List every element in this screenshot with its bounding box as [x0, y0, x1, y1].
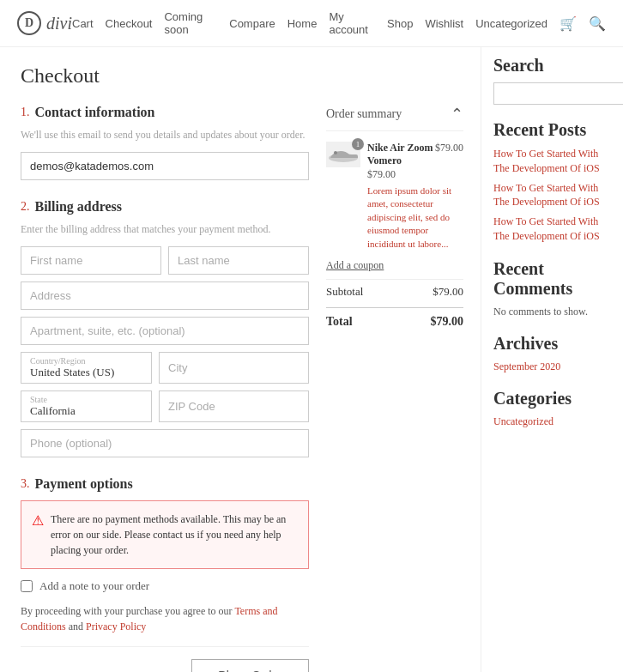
page-title: Checkout	[21, 64, 463, 88]
total-label: Total	[326, 315, 353, 329]
last-name-field[interactable]	[168, 246, 309, 275]
section-contact: 1. Contact information We'll use this em…	[21, 105, 309, 187]
terms-and: and	[66, 621, 86, 633]
country-label: Country/Region	[30, 356, 142, 366]
main-nav: Cart Checkout Coming soon Compare Home M…	[72, 10, 606, 36]
contact-number: 1.	[21, 106, 30, 119]
country-value[interactable]: United States (US)	[30, 366, 142, 379]
cart-icon[interactable]: 🛒	[559, 15, 577, 32]
recent-post-1[interactable]: How To Get Started With The Development …	[493, 147, 611, 176]
search-row: Search	[493, 82, 611, 105]
logo-circle: D	[17, 11, 41, 35]
recent-post-3[interactable]: How To Get Started With The Development …	[493, 215, 611, 244]
site-header: D divi Cart Checkout Coming soon Compare…	[0, 0, 623, 47]
no-comments-text: No comments to show.	[493, 306, 611, 318]
category-link-1[interactable]: Uncategorized	[493, 415, 611, 428]
address-field[interactable]	[21, 282, 309, 310]
sidebar-search-title: Search	[493, 56, 611, 76]
site-logo[interactable]: D divi	[17, 11, 72, 35]
state-zip-row: State California	[21, 390, 309, 429]
section-billing: 2. Billing address Enter the billing add…	[21, 199, 309, 464]
footer-divider	[21, 646, 309, 647]
nav-wishlist[interactable]: Wishlist	[425, 17, 463, 30]
state-value[interactable]: California	[30, 404, 142, 418]
total-value: $79.00	[431, 315, 464, 329]
add-coupon-link[interactable]: Add a coupon	[326, 259, 463, 272]
order-summary-title: Order summary	[326, 107, 402, 121]
nav-cart[interactable]: Cart	[72, 17, 94, 30]
product-quantity-badge: 1	[352, 138, 364, 150]
privacy-link[interactable]: Privacy Policy	[86, 621, 146, 633]
recent-post-2[interactable]: How To Get Started With The Development …	[493, 181, 611, 210]
error-icon: ⚠	[32, 512, 44, 558]
product-row: 1 Nike Air Zoom Vomero $79.00 $79.00 Lor…	[326, 142, 463, 251]
state-wrapper: State California	[21, 390, 152, 429]
sidebar-recent-posts-title: Recent Posts	[493, 120, 611, 140]
note-checkbox-row: Add a note to your order	[21, 579, 309, 593]
payment-number: 3.	[21, 477, 30, 491]
product-info: Nike Air Zoom Vomero $79.00 $79.00 Lorem…	[367, 142, 463, 251]
zip-field[interactable]	[159, 390, 309, 422]
payment-title: Payment options	[35, 476, 133, 492]
main-content: Checkout 1. Contact information We'll us…	[0, 47, 481, 672]
order-summary-header: Order summary ⌃	[326, 105, 463, 131]
city-field[interactable]	[159, 352, 309, 384]
nav-coming-soon[interactable]: Coming soon	[164, 10, 217, 36]
order-summary: Order summary ⌃ 1	[326, 105, 463, 672]
archive-link-1[interactable]: September 2020	[493, 360, 611, 373]
sidebar-recent-comments-title: Recent Comments	[493, 259, 611, 299]
nav-uncategorized[interactable]: Uncategorized	[475, 17, 547, 30]
sidebar-search-section: Search Search	[493, 56, 611, 105]
first-name-field[interactable]	[21, 246, 161, 275]
sidebar-recent-comments-section: Recent Comments No comments to show.	[493, 259, 611, 318]
terms-text: By proceeding with your purchase you agr…	[21, 603, 309, 634]
product-description: Lorem ipsum dolor sit amet, consectetur …	[367, 185, 463, 251]
payment-error-box: ⚠ There are no payment methods available…	[21, 500, 309, 569]
order-summary-toggle[interactable]: ⌃	[451, 105, 463, 124]
country-city-row: Country/Region United States (US)	[21, 352, 309, 390]
svg-point-1	[334, 151, 337, 154]
billing-subtitle: Enter the billing address that matches y…	[21, 223, 309, 236]
place-order-button[interactable]: Place Order	[191, 659, 309, 672]
country-wrapper: Country/Region United States (US)	[21, 352, 152, 390]
return-to-cart-link[interactable]: ← Return to Cart	[21, 669, 99, 672]
state-label: State	[30, 395, 142, 404]
email-field[interactable]	[21, 152, 309, 180]
subtotal-row: Subtotal $79.00	[326, 279, 463, 304]
total-row: Total $79.00	[326, 307, 463, 336]
sidebar: Search Search Recent Posts How To Get St…	[481, 47, 623, 672]
nav-my-account[interactable]: My account	[329, 10, 375, 36]
billing-number: 2.	[21, 200, 30, 214]
nav-shop[interactable]: Shop	[387, 17, 413, 30]
nav-checkout[interactable]: Checkout	[106, 17, 153, 30]
name-row	[21, 246, 309, 282]
subtotal-label: Subtotal	[326, 285, 363, 299]
sidebar-categories-title: Categories	[493, 389, 611, 409]
apartment-field[interactable]	[21, 317, 309, 345]
note-label: Add a note to your order	[39, 579, 149, 593]
terms-before: By proceeding with your purchase you agr…	[21, 605, 234, 617]
checkout-form: 1. Contact information We'll use this em…	[21, 105, 309, 672]
note-checkbox[interactable]	[21, 580, 33, 592]
logo-letter: D	[25, 16, 33, 30]
contact-subtitle: We'll use this email to send you details…	[21, 129, 309, 142]
payment-error-text: There are no payment methods available. …	[51, 512, 298, 558]
sidebar-search-input[interactable]	[493, 82, 623, 105]
section-contact-header: 1. Contact information	[21, 105, 309, 120]
contact-title: Contact information	[35, 105, 155, 120]
product-name: Nike Air Zoom Vomero	[367, 142, 435, 167]
product-subtotal-price: $79.00	[367, 168, 396, 180]
sidebar-archives-section: Archives September 2020	[493, 334, 611, 373]
footer-actions: ← Return to Cart Place Order	[21, 659, 309, 672]
section-billing-header: 2. Billing address	[21, 199, 309, 215]
sidebar-recent-posts-section: Recent Posts How To Get Started With The…	[493, 120, 611, 244]
search-icon[interactable]: 🔍	[589, 15, 606, 32]
sidebar-categories-section: Categories Uncategorized	[493, 389, 611, 428]
section-payment-header: 3. Payment options	[21, 476, 309, 492]
product-price: $79.00	[435, 142, 463, 154]
logo-name: divi	[46, 14, 72, 33]
nav-compare[interactable]: Compare	[229, 17, 275, 30]
nav-home[interactable]: Home	[287, 17, 318, 30]
phone-field[interactable]	[21, 429, 309, 457]
checkout-grid: 1. Contact information We'll use this em…	[21, 105, 463, 672]
